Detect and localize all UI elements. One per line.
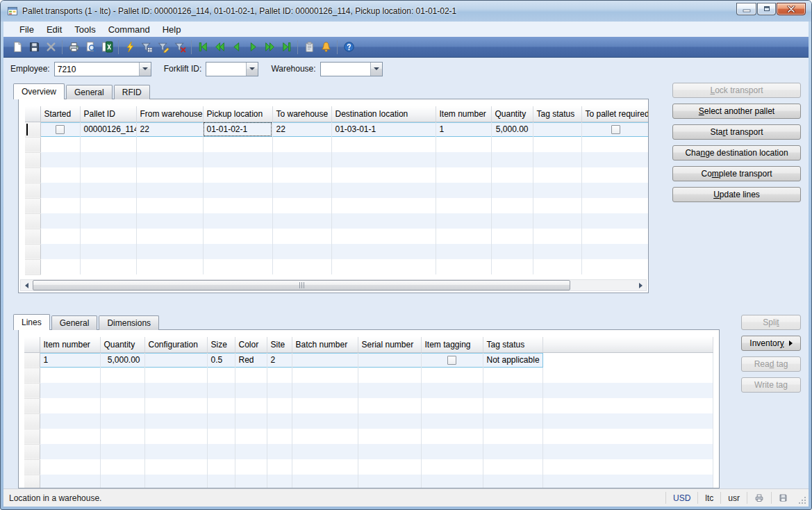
next-page-button[interactable] — [261, 39, 278, 56]
cell-destination-location[interactable]: 01-03-01-1 — [331, 122, 436, 137]
cell-quantity[interactable]: 5,000.00 — [100, 352, 144, 368]
column-header-item-tagging[interactable]: Item tagging — [421, 337, 483, 352]
split-button[interactable]: Split — [741, 315, 801, 330]
cell-started[interactable] — [40, 122, 80, 137]
lock-transport-button[interactable]: Lock transport — [672, 83, 801, 98]
cell-size[interactable]: 0.5 — [207, 352, 235, 368]
tab-rfid[interactable]: RFID — [114, 85, 150, 99]
cell-serial-number[interactable] — [358, 352, 421, 368]
minimize-button[interactable] — [736, 3, 756, 15]
column-header-started[interactable]: Started — [40, 106, 80, 122]
column-header-to-pallet-required[interactable]: To pallet required — [581, 106, 649, 122]
complete-transport-button[interactable]: Complete transport — [672, 166, 801, 181]
update-lines-button[interactable]: Update lines — [672, 187, 801, 202]
document-handling-button[interactable] — [301, 39, 317, 56]
previous-page-button[interactable] — [211, 39, 228, 56]
column-header-quantity[interactable]: Quantity — [100, 337, 144, 352]
empty-row[interactable] — [25, 213, 649, 229]
inventory-menu-button[interactable]: Inventory — [741, 336, 801, 351]
tab-overview[interactable]: Overview — [13, 83, 65, 99]
help-button[interactable] — [340, 39, 357, 56]
menu-help[interactable]: Help — [156, 23, 188, 36]
empty-row[interactable] — [24, 413, 713, 429]
advanced-filter-sort-button[interactable] — [155, 39, 172, 56]
empty-row[interactable] — [25, 152, 649, 167]
to-pallet-required-checkbox[interactable] — [611, 125, 620, 134]
cell-tag-status[interactable] — [533, 122, 581, 137]
read-tag-button[interactable]: Read tag — [741, 356, 801, 372]
cell-to-warehouse[interactable]: 22 — [272, 122, 331, 137]
empty-row[interactable] — [24, 398, 713, 413]
warehouse-combobox[interactable] — [320, 62, 383, 76]
empty-row[interactable] — [24, 383, 713, 398]
empty-row[interactable] — [24, 444, 713, 459]
empty-row[interactable] — [25, 198, 649, 213]
column-header-quantity[interactable]: Quantity — [491, 106, 533, 122]
employee-value[interactable]: 7210 — [55, 63, 139, 76]
horizontal-scrollbar[interactable] — [20, 279, 647, 291]
empty-row[interactable] — [24, 475, 713, 488]
empty-row[interactable] — [24, 459, 713, 475]
scrollbar-thumb[interactable] — [33, 280, 570, 290]
cell-color[interactable]: Red — [235, 352, 267, 368]
column-header-site[interactable]: Site — [267, 337, 292, 352]
item-tagging-checkbox[interactable] — [447, 356, 456, 365]
column-header-item-number[interactable]: Item number — [436, 106, 491, 122]
column-header-pallet-id[interactable]: Pallet ID — [80, 106, 136, 122]
started-checkbox[interactable] — [56, 125, 65, 134]
cell-pallet-id[interactable]: 00000126_114 — [80, 122, 136, 137]
column-header-destination-location[interactable]: Destination location — [331, 106, 436, 122]
employee-combobox[interactable]: 7210 — [54, 62, 151, 76]
empty-row[interactable] — [25, 244, 649, 259]
empty-row[interactable] — [25, 229, 649, 244]
column-header-to-warehouse[interactable]: To warehouse — [272, 106, 331, 122]
restore-button[interactable] — [757, 3, 776, 15]
tab-dimensions[interactable]: Dimensions — [99, 315, 159, 330]
print-button[interactable] — [65, 39, 82, 56]
empty-row[interactable] — [24, 429, 713, 444]
new-button[interactable] — [9, 39, 26, 56]
row-selector[interactable] — [25, 122, 40, 137]
menu-tools[interactable]: Tools — [68, 23, 101, 36]
filter-by-selection-button[interactable] — [122, 39, 138, 56]
forklift-value[interactable] — [206, 63, 246, 76]
alerts-button[interactable] — [317, 39, 334, 56]
row-selector[interactable] — [24, 352, 40, 368]
print-preview-button[interactable] — [82, 39, 99, 56]
cell-item-number[interactable]: 1 — [436, 122, 491, 137]
cell-item-tagging[interactable] — [421, 352, 483, 368]
column-header-color[interactable]: Color — [235, 337, 267, 352]
column-header-configuration[interactable]: Configuration — [144, 337, 207, 352]
empty-row[interactable] — [25, 183, 649, 198]
menu-file[interactable]: File — [13, 23, 40, 36]
column-header-serial-number[interactable]: Serial number — [358, 337, 421, 352]
write-tag-button[interactable]: Write tag — [741, 377, 801, 393]
export-to-excel-button[interactable] — [99, 39, 115, 56]
next-record-button[interactable] — [245, 39, 261, 56]
tab-lines-general[interactable]: General — [51, 315, 98, 330]
save-button[interactable] — [26, 39, 42, 56]
empty-row[interactable] — [25, 167, 649, 183]
cell-quantity[interactable]: 5,000.00 — [491, 122, 533, 137]
first-record-button[interactable] — [194, 39, 211, 56]
empty-row[interactable] — [25, 137, 649, 152]
transport-row[interactable]: 00000126_114 22 01-01-02-1 22 01-03-01-1… — [25, 122, 649, 137]
scroll-left-button[interactable] — [21, 280, 32, 290]
close-button[interactable] — [777, 3, 806, 15]
tab-lines[interactable]: Lines — [13, 314, 50, 330]
menu-command[interactable]: Command — [102, 23, 156, 36]
column-header-tag-status[interactable]: Tag status — [483, 337, 542, 352]
column-header-size[interactable]: Size — [207, 337, 235, 352]
column-header-batch-number[interactable]: Batch number — [292, 337, 358, 352]
resize-grip[interactable] — [797, 495, 807, 505]
record-status-button[interactable] — [771, 492, 795, 504]
cell-to-pallet-required[interactable] — [581, 122, 649, 137]
remove-filter-button[interactable] — [172, 39, 188, 56]
column-header-item-number[interactable]: Item number — [40, 337, 100, 352]
empty-row[interactable] — [25, 259, 649, 274]
employee-dropdown-button[interactable] — [139, 63, 151, 76]
select-another-pallet-button[interactable]: Select another pallet — [672, 104, 801, 119]
column-header-tag-status[interactable]: Tag status — [533, 106, 581, 122]
column-header-from-warehouse[interactable]: From warehouse — [136, 106, 203, 122]
delete-button[interactable] — [42, 39, 59, 56]
